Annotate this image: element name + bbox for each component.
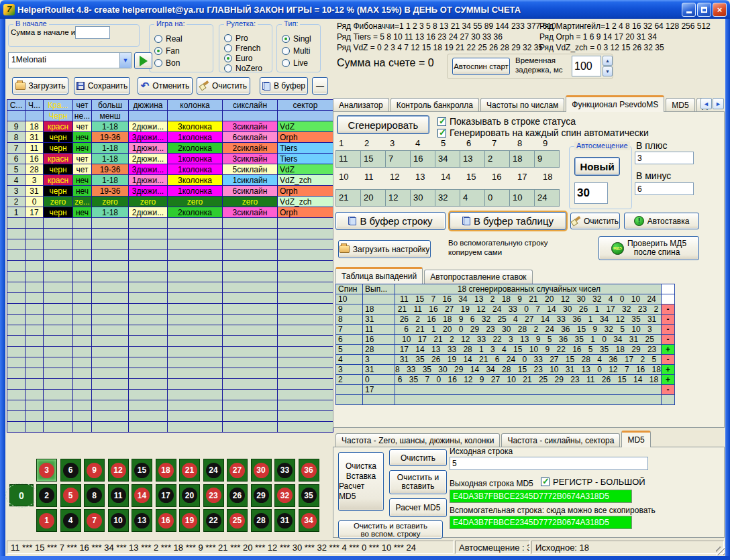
load-button[interactable]: Загрузить — [12, 77, 68, 95]
md5-source-input[interactable] — [450, 457, 648, 470]
roulette-cell-7[interactable]: 7 — [84, 509, 105, 532]
tab-frequency-0[interactable]: Частота - Zero, шансы, дюжины, колонки — [335, 433, 500, 447]
roulette-cell-6[interactable]: 6 — [60, 459, 81, 482]
roulette-cell-24[interactable]: 24 — [203, 459, 224, 482]
table-row[interactable]: 918краснчет1-182дюжи...3колонка3сиклайнV… — [7, 121, 333, 132]
md5-calc-button[interactable]: Расчет MD5 — [389, 498, 447, 517]
roulette-cell-11[interactable]: 11 — [108, 484, 129, 507]
autobet-button[interactable]: Автоставка — [624, 213, 699, 229]
copy-buffer-button[interactable]: В буфер — [260, 77, 308, 95]
plus-input[interactable] — [635, 152, 694, 164]
radio-option-pro[interactable]: Pro — [224, 33, 272, 43]
roulette-cell-5[interactable]: 5 — [60, 484, 81, 507]
minus-input[interactable] — [635, 182, 694, 195]
save-button[interactable]: Сохранить — [74, 77, 130, 95]
autospin-start-button[interactable]: Автоспин старт — [452, 58, 510, 75]
roulette-cell-17[interactable]: 17 — [156, 484, 176, 507]
table-row[interactable]: 117черннеч1-182дюжи...2колонка3сиклайнOr… — [7, 207, 333, 218]
md5-clear-insert-aux-button[interactable]: Очистить и вставить во вспом. строку — [338, 520, 443, 539]
roulette-cell-32[interactable]: 32 — [274, 484, 295, 507]
roulette-cell-9[interactable]: 9 — [84, 459, 105, 482]
table-row[interactable]: 61610 17 21 2 12 33 22 3 13 9 5 36 35 1 … — [336, 335, 675, 345]
table-row[interactable]: 528чернчет19-363дюжи...1колонка5сиклайнV… — [7, 164, 333, 175]
tab-main-1[interactable]: Контроль банкролла — [390, 98, 479, 112]
start-play-button[interactable] — [134, 52, 152, 69]
tab-scroll-left-icon[interactable]: ◄ — [700, 98, 712, 109]
profile-combobox[interactable]: 1Melonati ▼ — [8, 52, 132, 68]
table-row[interactable]: 616краснчет1-182дюжи...1колонка3сиклайнT… — [7, 154, 333, 164]
psevdo-clear-button[interactable]: Очистить — [570, 213, 620, 229]
roulette-cell-10[interactable]: 10 — [108, 509, 129, 532]
radio-option-french[interactable]: French — [224, 43, 272, 53]
tab-scroll-right-icon[interactable]: ► — [713, 98, 724, 109]
table-row[interactable]: 4331 35 26 19 14 21 6 24 0 33 27 15 28 4… — [336, 355, 675, 365]
maximize-button[interactable] — [697, 3, 711, 17]
md5-stack-button[interactable]: Очистка Вставка Расчет MD5 — [338, 452, 384, 511]
tab-main-4[interactable]: MD5 — [666, 98, 694, 112]
roulette-cell-29[interactable]: 29 — [251, 484, 272, 507]
copy-row-button[interactable]: В буфер строку — [335, 212, 446, 230]
roulette-cell-36[interactable]: 36 — [299, 459, 319, 482]
roulette-zero-cell[interactable]: 0 — [9, 484, 34, 506]
radio-option-real[interactable]: Real — [154, 33, 213, 45]
roulette-cell-33[interactable]: 33 — [274, 459, 295, 482]
md5-output-field[interactable]: E4DA3B7FBBCE2345D7772B0674A318D5 — [450, 490, 632, 503]
table-row[interactable]: 1011 15 7 16 34 13 2 18 9 21 20 12 30 32… — [336, 294, 675, 304]
tab-results-1[interactable]: Автопроставление ставок — [424, 270, 532, 284]
table-row[interactable]: 52817 14 13 33 28 1 3 4 15 10 9 22 16 5 … — [336, 345, 675, 355]
collapse-button[interactable]: — — [312, 77, 328, 95]
table-row[interactable]: 3318 33 35 30 29 14 34 28 15 23 10 31 13… — [336, 365, 675, 375]
roulette-cell-28[interactable]: 28 — [251, 509, 272, 532]
autoshift-value-input[interactable] — [574, 182, 608, 204]
md5-aux-field[interactable]: E4DA3B7FBBCE2345D7772B0674A318D5 — [450, 516, 632, 529]
radio-option-euro[interactable]: Euro — [224, 53, 272, 63]
roulette-cell-25[interactable]: 25 — [227, 509, 248, 532]
table-row[interactable]: 831черннеч19-363дюжи...1колонка6сиклайнO… — [7, 132, 333, 143]
radio-option-live[interactable]: Live — [282, 57, 320, 69]
table-row[interactable]: 91821 11 16 27 19 12 24 33 0 7 14 30 26 … — [336, 304, 675, 315]
tab-frequency-2[interactable]: MD5 — [621, 431, 650, 447]
roulette-cell-31[interactable]: 31 — [274, 509, 295, 532]
roulette-cell-21[interactable]: 21 — [179, 459, 200, 482]
roulette-cell-15[interactable]: 15 — [132, 459, 152, 482]
radio-option-multi[interactable]: Multi — [282, 45, 320, 57]
load-settings-button[interactable]: Загрузить настройку — [338, 240, 431, 258]
roulette-cell-30[interactable]: 30 — [251, 459, 272, 482]
tab-results-0[interactable]: Таблица выпадений — [335, 267, 423, 284]
roulette-cell-22[interactable]: 22 — [203, 509, 224, 532]
roulette-cell-8[interactable]: 8 — [84, 484, 105, 507]
roulette-cell-3[interactable]: 3 — [36, 459, 57, 482]
table-row[interactable]: 17- — [336, 385, 675, 395]
table-row[interactable]: 7116 21 1 20 0 29 23 30 28 2 24 36 15 9 … — [336, 325, 675, 335]
roulette-cell-34[interactable]: 34 — [299, 509, 319, 532]
checkbox-generate-each-spin[interactable]: Генерировать на каждый спин автоматическ… — [437, 127, 649, 138]
radio-option-singl[interactable]: Singl — [282, 33, 320, 45]
check-md5-button[interactable]: МД5 Проверить МД5 после спина — [598, 236, 699, 260]
roulette-cell-23[interactable]: 23 — [203, 484, 224, 507]
roulette-cell-27[interactable]: 27 — [227, 459, 248, 482]
table-row[interactable]: 20zeroze...zerozerozerozeroVdZ_zch — [7, 197, 333, 207]
md5-clear-insert-button[interactable]: Очистить и вставить — [389, 470, 447, 494]
copy-table-button[interactable]: В буфер таблицу — [450, 212, 566, 230]
delay-input[interactable] — [572, 56, 601, 76]
table-row[interactable] — [336, 395, 675, 405]
undo-button[interactable]: Отменить — [138, 77, 193, 95]
roulette-cell-35[interactable]: 35 — [299, 484, 319, 507]
tab-main-3[interactable]: Функционал PsevdoMS — [566, 95, 664, 112]
roulette-cell-2[interactable]: 2 — [36, 484, 57, 507]
start-sum-input[interactable] — [75, 26, 110, 39]
roulette-cell-26[interactable]: 26 — [227, 484, 248, 507]
roulette-cell-13[interactable]: 13 — [132, 509, 152, 532]
resize-grip[interactable] — [716, 547, 725, 555]
table-row[interactable]: 206 35 7 0 16 12 9 27 10 21 25 29 23 11 … — [336, 375, 675, 385]
table-row[interactable]: 331черннеч19-363дюжи...1колонка6сиклайнO… — [7, 186, 333, 197]
roulette-cell-19[interactable]: 19 — [179, 509, 200, 532]
generate-button[interactable]: Сгенерировать — [337, 115, 429, 134]
roulette-cell-18[interactable]: 18 — [156, 459, 176, 482]
radio-option-bon[interactable]: Bon — [154, 57, 213, 69]
radio-option-fan[interactable]: Fan — [154, 45, 213, 57]
checkbox-show-status[interactable]: Показывать в строке статуса — [437, 116, 576, 127]
roulette-cell-14[interactable]: 14 — [132, 484, 152, 507]
tab-frequency-1[interactable]: Частота - сиклайны, сектора — [501, 433, 620, 447]
delay-down-button[interactable]: ▼ — [603, 66, 613, 76]
